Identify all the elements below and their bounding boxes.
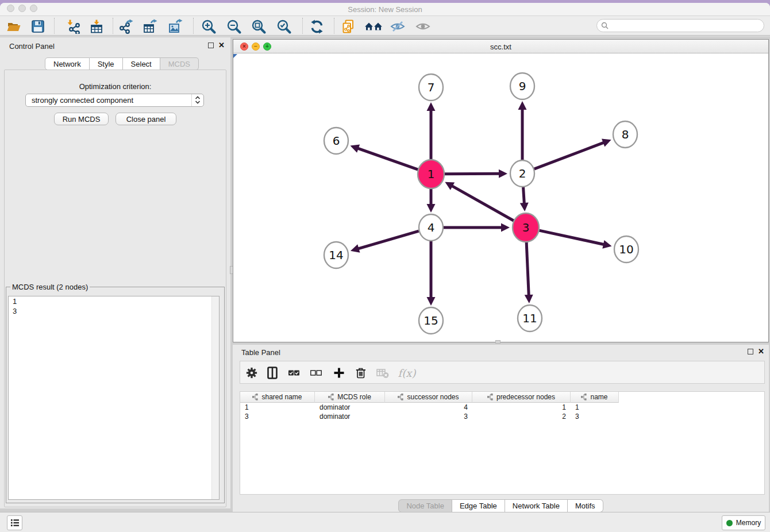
function-builder-icon[interactable]: f(x)	[396, 367, 417, 379]
control-panel-tab-style[interactable]: Style	[90, 57, 123, 70]
import-network-icon[interactable]	[66, 18, 82, 34]
delete-columns-icon[interactable]	[354, 367, 368, 379]
memory-status-icon	[726, 520, 733, 526]
node-table: shared nameMCDS rolesuccessor nodesprede…	[240, 391, 765, 495]
export-table-icon[interactable]	[142, 18, 158, 34]
control-panel: Control Panel ✕ NetworkStyleSelectMCDS O…	[0, 37, 230, 508]
table-tab-network-table[interactable]: Network Table	[505, 499, 568, 512]
table-cell: 3	[385, 412, 472, 421]
mcds-result-scrollbar[interactable]	[211, 296, 219, 499]
graph-edge-3-10[interactable]	[539, 230, 604, 245]
save-session-icon[interactable]	[30, 18, 46, 34]
graph-node-label-7: 7	[428, 80, 435, 94]
table-row[interactable]: 1dominator411	[240, 403, 619, 412]
table-panel-close-icon[interactable]: ✕	[758, 349, 764, 354]
zoom-out-icon[interactable]	[226, 18, 242, 34]
zoom-fit-icon[interactable]	[251, 18, 267, 34]
memory-button[interactable]: Memory	[722, 515, 765, 530]
table-panel-float-icon[interactable]	[748, 349, 753, 354]
canvas-corner-marker	[233, 54, 237, 58]
open-session-icon[interactable]	[6, 18, 22, 34]
deselect-all-rows-icon[interactable]	[309, 367, 323, 379]
show-hidden-icon[interactable]	[415, 18, 431, 34]
optimization-criterion-label: Optimization criterion:	[0, 82, 230, 91]
main-toolbar	[0, 16, 770, 36]
export-network-icon[interactable]	[118, 18, 134, 34]
table-cell: 4	[385, 403, 472, 412]
memory-label: Memory	[736, 519, 761, 527]
status-bar: Memory	[0, 512, 770, 532]
optimization-criterion-select[interactable]: strongly connected component	[25, 94, 204, 107]
graph-node-label-4: 4	[428, 221, 435, 234]
optimization-criterion-value: strongly connected component	[32, 96, 133, 105]
table-cell: dominator	[315, 403, 385, 412]
graph-edge-1-2[interactable]	[445, 174, 500, 174]
zoom-in-icon[interactable]	[201, 18, 217, 34]
main-content: Control Panel ✕ NetworkStyleSelectMCDS O…	[0, 36, 770, 512]
table-tab-node-table[interactable]: Node Table	[398, 499, 452, 512]
table-panel: Table Panel ✕	[233, 345, 769, 514]
graph-edge-arrowhead	[602, 240, 611, 249]
table-panel-title: Table Panel	[241, 348, 280, 357]
graph-edge-2-8[interactable]	[534, 142, 605, 169]
control-panel-tab-select[interactable]: Select	[123, 57, 160, 70]
graph-edge-1-6[interactable]	[357, 148, 418, 169]
hide-selected-icon[interactable]	[390, 18, 406, 34]
graph-edge-2-3[interactable]	[523, 186, 524, 204]
search-input[interactable]	[596, 19, 764, 32]
control-panel-tab-mcds[interactable]: MCDS	[160, 57, 199, 70]
table-cell: 1	[472, 403, 571, 412]
task-history-button[interactable]	[7, 515, 22, 530]
graph-node-label-6: 6	[333, 134, 340, 148]
refresh-icon[interactable]	[309, 18, 325, 34]
graph-edge-arrowhead	[518, 101, 527, 110]
window-title: Session: New Session	[0, 5, 770, 14]
table-header: shared nameMCDS rolesuccessor nodesprede…	[240, 392, 619, 403]
export-image-icon[interactable]	[167, 18, 183, 34]
control-panel-float-icon[interactable]	[208, 43, 214, 48]
import-table-icon[interactable]	[88, 18, 105, 34]
column-header-name[interactable]: name	[571, 392, 619, 403]
close-panel-button[interactable]: Close panel	[116, 113, 176, 125]
horizontal-splitter-handle[interactable]	[495, 340, 500, 344]
graph-node-label-2: 2	[519, 167, 526, 180]
graph-node-label-9: 9	[519, 79, 526, 93]
control-panel-close-icon[interactable]: ✕	[218, 43, 225, 48]
mcds-result-box: MCDS result (2 nodes) 13	[6, 287, 225, 503]
graph-edge-arrowhead	[351, 145, 360, 153]
delete-table-icon[interactable]	[376, 367, 390, 379]
graph-edge-3-1[interactable]	[452, 186, 514, 221]
network-window-titlebar: × − + scc.txt	[233, 40, 768, 53]
graph-edge-4-14[interactable]	[357, 231, 418, 249]
column-header-MCDS-role[interactable]: MCDS role	[315, 392, 385, 403]
show-all-icon[interactable]	[364, 18, 383, 34]
column-visibility-icon[interactable]	[265, 367, 279, 379]
network-canvas[interactable]: 7968124314101511	[233, 54, 768, 342]
column-header-predecessor-nodes[interactable]: predecessor nodes	[472, 392, 571, 403]
add-column-icon[interactable]	[332, 367, 346, 379]
graph-node-label-3: 3	[522, 221, 530, 234]
control-panel-tab-network[interactable]: Network	[45, 57, 90, 70]
mcds-result-title: MCDS result (2 nodes)	[10, 283, 90, 291]
table-cell: 3	[240, 412, 315, 421]
table-options-icon[interactable]	[245, 367, 259, 379]
table-cell: 1	[240, 403, 315, 412]
clone-network-icon[interactable]	[340, 18, 356, 34]
column-header-successor-nodes[interactable]: successor nodes	[385, 392, 472, 403]
select-all-rows-icon[interactable]	[287, 367, 301, 379]
table-tab-edge-table[interactable]: Edge Table	[452, 499, 505, 512]
graph-node-label-10: 10	[619, 242, 633, 256]
list-icon	[10, 518, 20, 527]
table-cell: dominator	[315, 412, 385, 421]
table-tabs: Node TableEdge TableNetwork TableMotifs	[233, 499, 769, 512]
column-header-shared-name[interactable]: shared name	[240, 392, 315, 403]
graph-edge-3-11[interactable]	[526, 241, 529, 296]
table-row[interactable]: 3dominator323	[240, 412, 619, 421]
graph-edge-arrowhead	[427, 204, 436, 213]
run-mcds-button[interactable]: Run MCDS	[54, 113, 109, 125]
graph-edge-arrowhead	[525, 295, 533, 303]
graph-node-label-15: 15	[424, 314, 438, 327]
mcds-result-list[interactable]: 13	[8, 296, 220, 500]
table-tab-motifs[interactable]: Motifs	[568, 499, 603, 512]
zoom-selected-icon[interactable]	[276, 18, 292, 34]
